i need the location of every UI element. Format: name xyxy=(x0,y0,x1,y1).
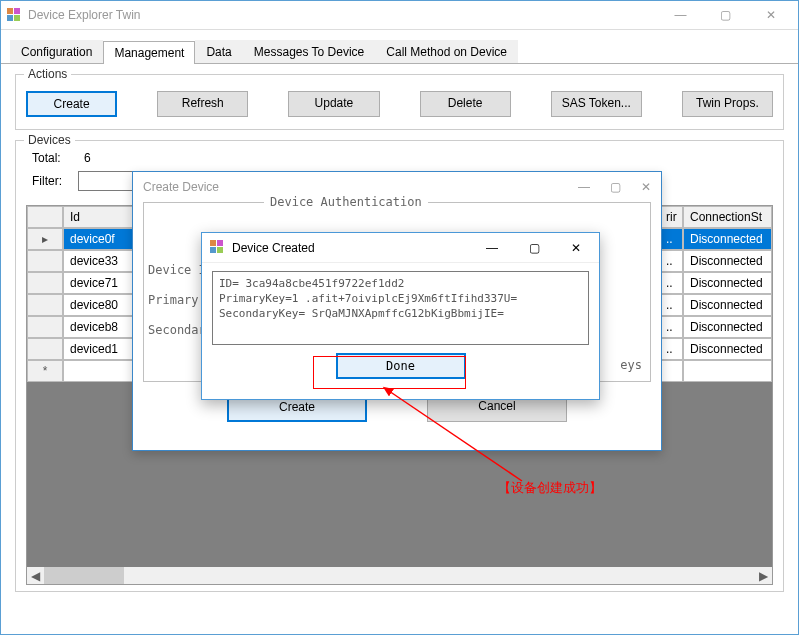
dlg2-app-icon xyxy=(210,240,226,256)
horizontal-scrollbar[interactable]: ◀ ▶ xyxy=(27,567,772,584)
auth-legend: Device Authentication xyxy=(264,195,428,209)
dlg2-maximize-icon[interactable]: ▢ xyxy=(519,241,549,255)
update-button[interactable]: Update xyxy=(288,91,379,117)
created-textbox[interactable]: ID= 3ca94a8cbe451f9722ef1dd2 PrimaryKey=… xyxy=(212,271,589,345)
create-dialog-title: Create Device xyxy=(143,180,219,194)
col-rir[interactable]: rir xyxy=(659,206,683,228)
actions-group: Actions Create Refresh Update Delete SAS… xyxy=(15,74,784,130)
sas-token-button[interactable]: SAS Token... xyxy=(551,91,642,117)
created-dialog-title: Device Created xyxy=(232,241,315,255)
done-button[interactable]: Done xyxy=(336,353,466,379)
delete-button[interactable]: Delete xyxy=(420,91,511,117)
maximize-icon[interactable]: ▢ xyxy=(703,1,748,29)
dlg1-minimize-icon[interactable]: — xyxy=(578,180,590,194)
window-title: Device Explorer Twin xyxy=(28,8,141,22)
twin-props-button[interactable]: Twin Props. xyxy=(682,91,773,117)
tab-data[interactable]: Data xyxy=(195,40,242,63)
titlebar: Device Explorer Twin — ▢ ✕ xyxy=(0,0,799,30)
device-created-dialog: Device Created — ▢ ✕ ID= 3ca94a8cbe451f9… xyxy=(201,232,600,400)
app-icon xyxy=(6,7,22,23)
total-value: 6 xyxy=(84,151,91,165)
refresh-button[interactable]: Refresh xyxy=(157,91,248,117)
annotation-label: 【设备创建成功】 xyxy=(498,479,602,497)
tab-messages[interactable]: Messages To Device xyxy=(243,40,376,63)
primary-label: Primary xyxy=(148,293,199,307)
scroll-thumb[interactable] xyxy=(44,567,124,584)
minimize-icon[interactable]: — xyxy=(658,1,703,29)
col-selector[interactable] xyxy=(27,206,63,228)
dlg2-close-icon[interactable]: ✕ xyxy=(561,241,591,255)
actions-legend: Actions xyxy=(24,67,71,81)
close-icon[interactable]: ✕ xyxy=(748,1,793,29)
devices-legend: Devices xyxy=(24,133,75,147)
dlg1-close-icon[interactable]: ✕ xyxy=(641,180,651,194)
total-label: Total: xyxy=(32,151,78,165)
filter-label: Filter: xyxy=(32,174,78,188)
device-id-label: Device I xyxy=(148,263,206,277)
scroll-left-icon[interactable]: ◀ xyxy=(27,567,44,584)
scroll-right-icon[interactable]: ▶ xyxy=(755,567,772,584)
keys-hint: eys xyxy=(620,358,642,372)
tab-bar: Configuration Management Data Messages T… xyxy=(0,30,799,64)
dlg2-minimize-icon[interactable]: — xyxy=(477,241,507,255)
tab-management[interactable]: Management xyxy=(103,41,195,64)
secondary-label: Secondar xyxy=(148,323,206,337)
col-connection[interactable]: ConnectionSt xyxy=(683,206,772,228)
tab-call-method[interactable]: Call Method on Device xyxy=(375,40,518,63)
tab-configuration[interactable]: Configuration xyxy=(10,40,103,63)
create-button[interactable]: Create xyxy=(26,91,117,117)
dlg1-maximize-icon[interactable]: ▢ xyxy=(610,180,621,194)
